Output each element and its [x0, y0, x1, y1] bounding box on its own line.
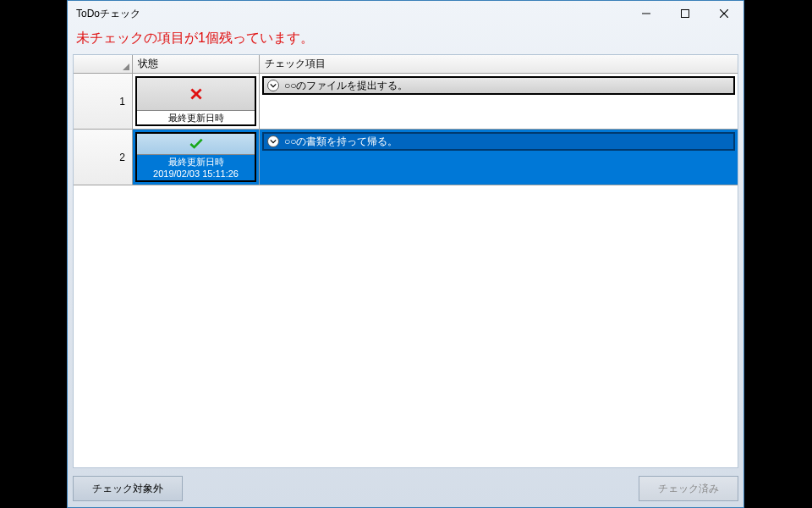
cell-item[interactable]: ○○のファイルを提出する。	[260, 74, 738, 130]
close-button[interactable]	[705, 1, 743, 26]
state-meta: 最終更新日時 2019/02/03 15:11:26	[137, 155, 255, 180]
grid-header: 状態 チェック項目	[74, 55, 738, 74]
footer: チェック対象外 チェック済み	[68, 473, 743, 507]
cross-icon	[137, 78, 255, 111]
meta-label: 最終更新日時	[137, 156, 255, 168]
state-meta: 最終更新日時	[137, 111, 255, 124]
cell-item[interactable]: ○○の書類を持って帰る。	[260, 130, 738, 185]
cell-state[interactable]: 最終更新日時	[133, 74, 260, 130]
grid-corner[interactable]	[74, 55, 133, 74]
meta-label: 最終更新日時	[137, 112, 255, 124]
minimize-button[interactable]	[627, 1, 666, 26]
table-row[interactable]: 1 最終更新日時	[74, 74, 738, 130]
check-icon	[137, 134, 255, 155]
app-window: ToDoチェック 未チェックの項目が1個残っています。 状態 チェック項目 1	[67, 0, 744, 508]
item-text: ○○の書類を持って帰る。	[284, 135, 398, 149]
state-card: 最終更新日時	[135, 76, 256, 126]
window-controls	[627, 1, 743, 26]
item-header[interactable]: ○○のファイルを提出する。	[262, 76, 735, 95]
chevron-down-icon[interactable]	[267, 135, 279, 147]
row-number: 2	[74, 130, 133, 185]
chevron-down-icon[interactable]	[267, 80, 279, 91]
item-header[interactable]: ○○の書類を持って帰る。	[262, 132, 735, 151]
cell-state[interactable]: 最終更新日時 2019/02/03 15:11:26	[133, 130, 260, 185]
meta-time: 2019/02/03 15:11:26	[137, 168, 255, 179]
done-button: チェック済み	[639, 476, 738, 501]
grid: 状態 チェック項目 1 最終更新日時	[73, 54, 738, 468]
item-text: ○○のファイルを提出する。	[284, 79, 409, 93]
maximize-button[interactable]	[666, 1, 705, 26]
row-number: 1	[74, 74, 133, 130]
table-row[interactable]: 2 最終更新日時 2019/02/03 15:11:26	[74, 130, 738, 185]
column-header-item[interactable]: チェック項目	[260, 55, 738, 74]
state-card: 最終更新日時 2019/02/03 15:11:26	[135, 132, 256, 182]
titlebar: ToDoチェック	[68, 1, 743, 26]
grid-body: 1 最終更新日時	[74, 74, 738, 467]
exclude-button[interactable]: チェック対象外	[73, 476, 183, 501]
window-title: ToDoチェック	[68, 7, 627, 21]
status-message: 未チェックの項目が1個残っています。	[68, 26, 743, 54]
svg-rect-1	[682, 10, 689, 18]
column-header-state[interactable]: 状態	[133, 55, 260, 74]
